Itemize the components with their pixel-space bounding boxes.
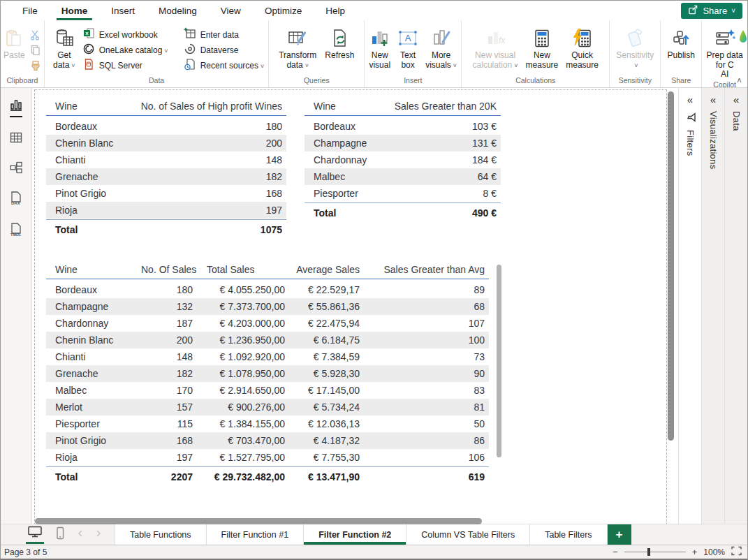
- expand-data-pane-icon[interactable]: «: [733, 95, 739, 105]
- menu-file[interactable]: File: [10, 1, 50, 20]
- table-row[interactable]: Chianti148€ 1.092.920,00€ 7.384,5973: [46, 348, 489, 365]
- add-page-button[interactable]: [608, 524, 631, 545]
- sql-server-button[interactable]: SQL Server: [78, 58, 173, 73]
- new-visual-button[interactable]: New visual: [366, 24, 393, 70]
- column-header[interactable]: No. Of Sales: [137, 260, 197, 279]
- new-measure-button[interactable]: New measure: [523, 24, 562, 70]
- visual-table-sales-greater-20k[interactable]: WineSales Greater than 20KBordeaux103 €C…: [305, 97, 501, 223]
- canvas-vertical-scrollbar[interactable]: [668, 91, 674, 441]
- table-row[interactable]: Chardonnay184 €: [305, 152, 501, 168]
- quick-measure-button[interactable]: Quick measure: [563, 24, 601, 70]
- get-data-button[interactable]: Get data: [50, 24, 78, 71]
- table-row[interactable]: Rioja197€ 1.527.795,00€ 7.755,30106: [46, 449, 489, 466]
- expand-filters-pane-icon[interactable]: «: [687, 95, 693, 105]
- onelake-catalog-button[interactable]: OneLake catalog: [78, 43, 173, 57]
- table-row[interactable]: Merlot157€ 900.276,00€ 5.734,2481: [46, 399, 489, 415]
- canvas-horizontal-scrollbar[interactable]: [35, 518, 482, 524]
- table-row[interactable]: Malbec170€ 2.914.650,00€ 17.145,0083: [46, 382, 489, 399]
- report-view-button[interactable]: [8, 98, 24, 117]
- zoom-slider-thumb[interactable]: [647, 548, 650, 556]
- text-box-button[interactable]: A Text box: [395, 24, 421, 70]
- column-header[interactable]: Sales Greater than 20K: [378, 97, 501, 115]
- model-view-button[interactable]: [8, 161, 24, 177]
- previous-page-arrow-icon[interactable]: [76, 529, 85, 541]
- next-page-arrow-icon[interactable]: [94, 529, 103, 541]
- new-visual-calculation-button[interactable]: fx New visual calculation: [470, 24, 521, 71]
- expand-visualizations-pane-icon[interactable]: «: [710, 95, 716, 105]
- table-row[interactable]: Piesporter8 €: [305, 185, 501, 202]
- tmdl-view-button[interactable]: TMDL: [8, 222, 24, 240]
- menu-view[interactable]: View: [209, 1, 253, 20]
- more-visuals-button[interactable]: More visuals: [423, 24, 460, 71]
- transform-data-button[interactable]: Transform data: [276, 24, 319, 71]
- recent-sources-button[interactable]: Recent sources: [179, 58, 269, 73]
- report-view-icon: [9, 98, 23, 115]
- table-row[interactable]: Malbec64 €: [305, 168, 501, 185]
- zoom-in-button[interactable]: +: [692, 547, 698, 557]
- dax-query-view-button[interactable]: DAX: [8, 191, 24, 209]
- table-row[interactable]: Champagne131 €: [305, 135, 501, 152]
- format-painter-icon[interactable]: [28, 59, 43, 73]
- fit-to-page-icon[interactable]: [731, 546, 742, 558]
- table-row[interactable]: Bordeaux180€ 4.055.250,00€ 22.529,1789: [46, 281, 489, 298]
- table-row[interactable]: Chardonnay187€ 4.203.000,00€ 22.475,9410…: [46, 315, 489, 332]
- menu-home[interactable]: Home: [50, 1, 100, 20]
- table-row[interactable]: Bordeaux180: [46, 118, 286, 135]
- page-tab-column-vs-table-filters[interactable]: Column VS Table Filters: [406, 524, 530, 545]
- dataverse-button[interactable]: Dataverse: [179, 43, 269, 57]
- column-header[interactable]: Sales Greater than Avg: [364, 260, 489, 279]
- table-row[interactable]: Champagne132€ 7.373.700,00€ 55.861,3668: [46, 298, 489, 315]
- menu-insert[interactable]: Insert: [99, 1, 147, 20]
- visualizations-pane-collapsed[interactable]: « Visualizations: [701, 88, 724, 524]
- column-header[interactable]: Wine: [305, 97, 378, 115]
- zoom-slider[interactable]: [624, 552, 686, 552]
- table-row[interactable]: Rioja197: [46, 202, 286, 219]
- collapse-ribbon-icon[interactable]: ˄: [737, 76, 742, 86]
- sensitivity-button[interactable]: Sensitivity: [613, 24, 657, 71]
- column-header[interactable]: Wine: [46, 97, 116, 115]
- publish-button[interactable]: Publish: [665, 24, 698, 61]
- visual-table-high-profit-wines[interactable]: WineNo. of Sales of High profit WinesBor…: [46, 97, 286, 240]
- copilot-icon[interactable]: [739, 27, 747, 51]
- table-row[interactable]: Chenin Blanc200€ 1.236.950,00€ 6.184,751…: [46, 332, 489, 348]
- excel-workbook-button[interactable]: x Excel workbook: [78, 27, 173, 42]
- page-tab-table-functions[interactable]: Table Functions: [115, 524, 207, 545]
- table-row[interactable]: Bordeaux103 €: [305, 118, 501, 135]
- table-row[interactable]: Chianti148: [46, 152, 286, 168]
- selected-layout-underline: [26, 542, 44, 544]
- column-header[interactable]: No. of Sales of High profit Wines: [116, 97, 286, 115]
- column-header[interactable]: Total Sales: [197, 260, 289, 279]
- page-tab-table-filters[interactable]: Table Filters: [530, 524, 607, 545]
- table-cell: 81: [364, 399, 489, 415]
- table-row[interactable]: Grenache182€ 1.078.950,00€ 5.928,3090: [46, 365, 489, 382]
- page-tab-bar: Table Functions Filter Function #1 Filte…: [1, 524, 747, 545]
- table-vertical-scrollbar[interactable]: [497, 265, 501, 457]
- data-pane-collapsed[interactable]: « Data: [724, 88, 747, 524]
- table-row[interactable]: Chenin Blanc200: [46, 135, 286, 152]
- table-row[interactable]: Grenache182: [46, 168, 286, 185]
- mobile-layout-button[interactable]: [54, 526, 66, 543]
- copy-icon[interactable]: [28, 43, 43, 57]
- table-cell: Chenin Blanc: [46, 332, 137, 348]
- visual-table-wine-sales-summary[interactable]: WineNo. Of SalesTotal SalesAverage Sales…: [46, 260, 489, 487]
- paste-button[interactable]: Paste: [1, 24, 28, 61]
- desktop-layout-button[interactable]: [26, 525, 44, 544]
- menu-help[interactable]: Help: [314, 1, 357, 20]
- report-canvas[interactable]: WineNo. of Sales of High profit WinesBor…: [32, 88, 678, 524]
- column-header[interactable]: Average Sales: [289, 260, 364, 279]
- table-row[interactable]: Pinot Grigio168: [46, 185, 286, 202]
- column-header[interactable]: Wine: [46, 260, 137, 279]
- filters-pane-collapsed[interactable]: « Filters: [678, 88, 701, 524]
- page-tab-filter-function-2[interactable]: Filter Function #2: [304, 524, 406, 545]
- table-row[interactable]: Piesporter115€ 1.384.155,00€ 12.036,1350: [46, 415, 489, 432]
- cut-icon[interactable]: [28, 28, 43, 42]
- menu-modeling[interactable]: Modeling: [147, 1, 209, 20]
- enter-data-button[interactable]: Enter data: [179, 27, 269, 42]
- menu-optimize[interactable]: Optimize: [253, 1, 314, 20]
- refresh-button[interactable]: Refresh: [322, 24, 357, 61]
- table-row[interactable]: Pinot Grigio168€ 703.470,00€ 4.187,3286: [46, 432, 489, 449]
- table-view-button[interactable]: [8, 131, 24, 147]
- zoom-out-button[interactable]: −: [613, 547, 618, 557]
- page-tab-filter-function-1[interactable]: Filter Function #1: [207, 524, 305, 545]
- share-button[interactable]: Share ˅: [681, 3, 742, 19]
